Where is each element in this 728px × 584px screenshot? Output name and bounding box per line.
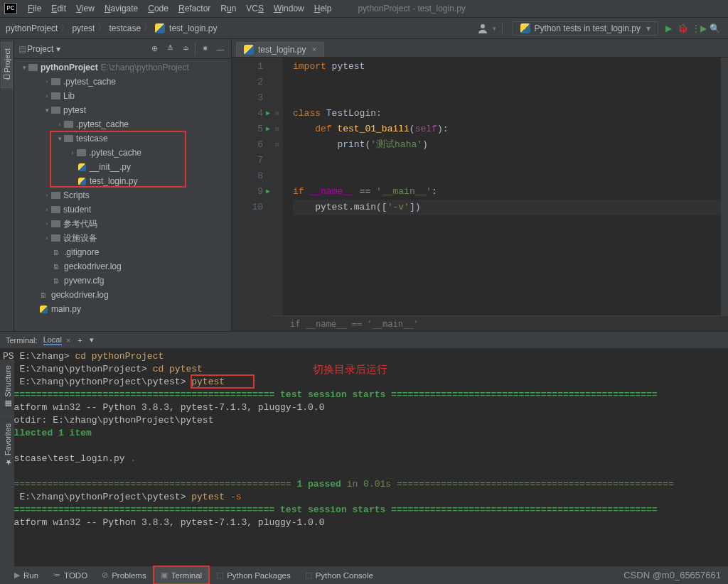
- sidebar-header: ▤ Project▾ ⊕ ≛ ≑ ✷ —: [14, 39, 231, 59]
- user-icon[interactable]: [477, 23, 488, 34]
- sidebar-title[interactable]: Project▾: [27, 44, 148, 54]
- bottom-tab-packages[interactable]: ⬚Python Packages: [209, 566, 298, 584]
- bottom-tab-terminal[interactable]: ▣Terminal: [154, 566, 209, 584]
- svg-point-0: [481, 24, 485, 28]
- tree-item[interactable]: ›Scripts: [17, 188, 231, 202]
- code-context: if __name__ == '__main__': [272, 315, 728, 331]
- python-icon: [520, 23, 530, 33]
- run-config-label: Python tests in test_login.py: [535, 23, 641, 33]
- editor-tab-label: test_login.py: [258, 45, 306, 55]
- menu-help[interactable]: Help: [309, 4, 337, 13]
- tree-item[interactable]: ▾pytest: [17, 103, 231, 117]
- menu-navigate[interactable]: Navigate: [100, 4, 143, 13]
- menu-view[interactable]: View: [71, 4, 100, 13]
- menu-file[interactable]: File: [23, 4, 46, 13]
- annotation-label: 切换目录后运行: [313, 363, 387, 376]
- bottom-tab-run[interactable]: ▶Run: [7, 566, 46, 584]
- breadcrumb-3[interactable]: test_login.py: [169, 23, 217, 33]
- tree-item[interactable]: 🗎.gitignore: [17, 245, 231, 259]
- terminal-tab-local[interactable]: Local: [43, 335, 62, 345]
- terminal-dropdown[interactable]: ▾: [90, 335, 94, 345]
- project-sidebar: ▤ Project▾ ⊕ ≛ ≑ ✷ — ▾pythonProjectE:\zh…: [14, 39, 232, 331]
- favorites-tool-tab[interactable]: ★ Favorites: [2, 418, 13, 472]
- close-tab-icon[interactable]: ×: [311, 45, 316, 55]
- structure-tool-tab[interactable]: ▦ Structure: [2, 359, 13, 414]
- menu-code[interactable]: Code: [143, 4, 173, 13]
- app-icon: PC: [4, 3, 17, 14]
- menu-edit[interactable]: Edit: [46, 4, 71, 13]
- more-run-button[interactable]: ⋮▶: [691, 21, 707, 36]
- tree-item[interactable]: ›.pytest_cache: [17, 146, 231, 160]
- menu-vcs[interactable]: VCS: [241, 4, 269, 13]
- tree-item[interactable]: main.py: [17, 302, 231, 316]
- code-area[interactable]: 1234▶5▶6789▶10 ⊟⊟⊟ import pytest class T…: [232, 58, 728, 331]
- tree-item[interactable]: ▾testcase: [17, 131, 231, 146]
- settings-icon[interactable]: ✷: [198, 43, 211, 55]
- tree-item[interactable]: ›student: [17, 202, 231, 217]
- tree-item[interactable]: 🗎geckodriver.log: [17, 288, 231, 302]
- editor-tabs: test_login.py ×: [232, 39, 728, 58]
- debug-button[interactable]: 🐞: [678, 23, 688, 33]
- terminal-tab-close[interactable]: ×: [66, 336, 70, 345]
- tree-item[interactable]: 🗎pyvenv.cfg: [17, 274, 231, 288]
- menu-window[interactable]: Window: [269, 4, 309, 13]
- terminal-new-tab[interactable]: +: [77, 336, 82, 345]
- window-title: pythonProject - test_login.py: [358, 4, 465, 13]
- menu-refactor[interactable]: Refactor: [173, 4, 215, 13]
- navbar: pythonProject〉pytest〉testcase〉test_login…: [0, 18, 728, 39]
- editor-pane: test_login.py × 1234▶5▶6789▶10 ⊟⊟⊟ impor…: [232, 39, 728, 331]
- terminal-output[interactable]: 切换目录后运行 PS E:\zhang> cd pythonProjectPS …: [0, 349, 728, 566]
- tree-item[interactable]: ›.pytest_cache: [17, 75, 231, 89]
- left-gutter: 🗀Project: [0, 39, 14, 331]
- menu-run[interactable]: Run: [215, 4, 241, 13]
- tree-item[interactable]: 🗎geckodriver.log: [17, 259, 231, 274]
- project-tool-tab[interactable]: 🗀Project: [1, 42, 13, 88]
- terminal-header: Terminal: Local × + ▾: [0, 332, 728, 349]
- tree-item[interactable]: __init__.py: [17, 160, 231, 174]
- run-button[interactable]: ▶: [665, 23, 672, 33]
- tree-item[interactable]: ›Lib: [17, 89, 231, 103]
- bottom-tab-problems[interactable]: ⊘Problems: [95, 566, 154, 584]
- hide-icon[interactable]: —: [214, 43, 227, 55]
- search-icon[interactable]: 🔍: [707, 21, 722, 36]
- watermark: CSDN @m0_65657661: [623, 570, 721, 580]
- bottom-tab-console[interactable]: ⬚Python Console: [298, 566, 380, 584]
- tree-item[interactable]: ›参考代码: [17, 217, 231, 231]
- bottom-tab-todo[interactable]: ≔TODO: [46, 566, 95, 584]
- terminal-panel: Terminal: Local × + ▾ 切换目录后运行 PS E:\zhan…: [0, 331, 728, 566]
- tree-item[interactable]: ›设施设备: [17, 231, 231, 245]
- menubar: PC FileEditViewNavigateCodeRefactorRunVC…: [0, 0, 728, 18]
- bottom-toolbar: ▶Run≔TODO⊘Problems▣Terminal⬚Python Packa…: [0, 566, 728, 584]
- collapse-icon[interactable]: ≑: [179, 43, 192, 55]
- tree-item[interactable]: ›.pytest_cache: [17, 117, 231, 131]
- editor-tab-active[interactable]: test_login.py ×: [236, 42, 324, 57]
- terminal-header-label: Terminal:: [6, 336, 38, 345]
- locate-icon[interactable]: ⊕: [148, 43, 161, 55]
- run-config-selector[interactable]: Python tests in test_login.py ▾: [513, 21, 658, 36]
- breadcrumb-2[interactable]: testcase: [109, 23, 141, 33]
- tree-root[interactable]: ▾pythonProjectE:\zhang\pythonProject: [17, 60, 231, 75]
- breadcrumb-1[interactable]: pytest: [72, 23, 95, 33]
- project-tree[interactable]: ▾pythonProjectE:\zhang\pythonProject›.py…: [14, 59, 231, 331]
- tree-item[interactable]: test_login.py: [17, 174, 231, 188]
- breadcrumb-0[interactable]: pythonProject: [6, 23, 58, 33]
- expand-icon[interactable]: ≛: [164, 43, 176, 55]
- python-file-icon: [244, 45, 254, 55]
